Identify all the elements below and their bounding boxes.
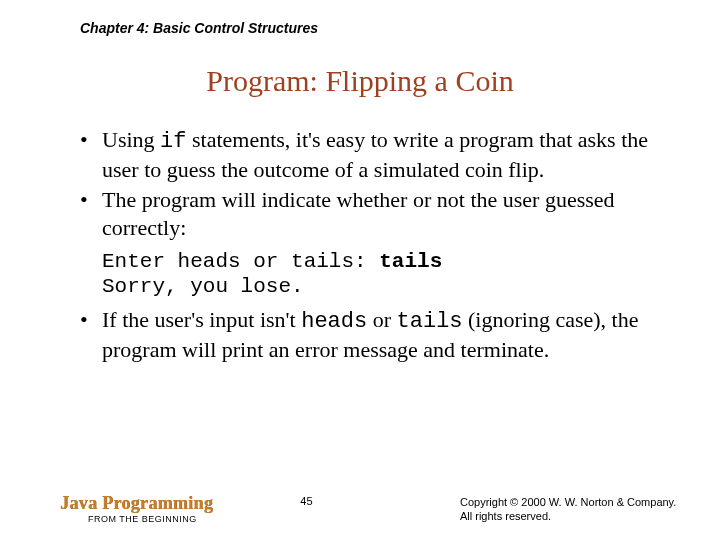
text: Using <box>102 127 160 152</box>
chapter-header: Chapter 4: Basic Control Structures <box>80 20 680 36</box>
book-branding: Java Programming FROM THE BEGINNING <box>60 493 213 524</box>
code-line-2: Sorry, you lose. <box>102 274 680 300</box>
prompt-text: Enter heads or tails: <box>102 250 379 273</box>
text: or <box>367 307 396 332</box>
copyright: Copyright © 2000 W. W. Norton & Company.… <box>460 495 680 524</box>
inline-code: tails <box>397 309 463 334</box>
code-sample: Enter heads or tails: tails Sorry, you l… <box>102 249 680 300</box>
book-subtitle: FROM THE BEGINNING <box>88 514 213 524</box>
inline-code: if <box>160 129 186 154</box>
inline-code: heads <box>301 309 367 334</box>
bullet-3: If the user's input isn't heads or tails… <box>80 306 670 364</box>
user-input: tails <box>379 250 442 273</box>
footer: Java Programming FROM THE BEGINNING 45 C… <box>60 493 680 524</box>
bullet-list: Using if statements, it's easy to write … <box>80 126 670 243</box>
copyright-line-2: All rights reserved. <box>460 509 680 523</box>
bullet-1: Using if statements, it's easy to write … <box>80 126 670 184</box>
slide: Chapter 4: Basic Control Structures Prog… <box>0 0 720 540</box>
slide-title: Program: Flipping a Coin <box>40 64 680 98</box>
text: If the user's input isn't <box>102 307 301 332</box>
bullet-2: The program will indicate whether or not… <box>80 186 670 242</box>
page-number: 45 <box>300 495 312 507</box>
copyright-line-1: Copyright © 2000 W. W. Norton & Company. <box>460 495 680 509</box>
code-line-1: Enter heads or tails: tails <box>102 249 680 275</box>
book-title: Java Programming <box>60 493 213 514</box>
bullet-list-2: If the user's input isn't heads or tails… <box>80 306 670 364</box>
